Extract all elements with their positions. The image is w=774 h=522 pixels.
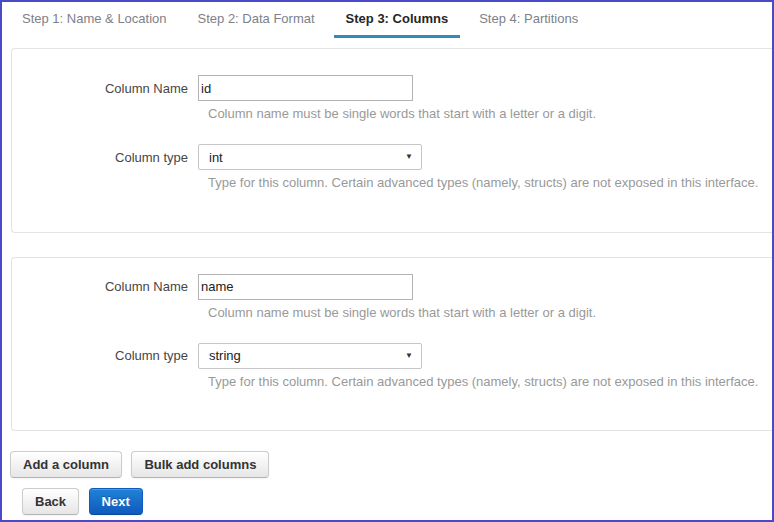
column2-type-group: Column type string ▼ Type for this colum… <box>12 343 774 390</box>
column2-type-label: Column type <box>12 348 198 363</box>
column1-name-label: Column Name <box>12 81 198 96</box>
next-button[interactable]: Next <box>89 488 143 515</box>
column1-name-group: Column Name Column name must be single w… <box>12 75 774 122</box>
column-actions-row: Add a column Bulk add columns <box>10 451 772 478</box>
column1-type-group: Column type int ▼ Type for this column. … <box>12 144 774 191</box>
column1-type-help: Type for this column. Certain advanced t… <box>208 175 764 191</box>
column2-name-input[interactable] <box>198 274 413 300</box>
column2-type-select[interactable]: string ▼ <box>198 343 422 369</box>
column-definition-panel-1: Column Name Column name must be single w… <box>11 48 774 233</box>
column2-name-group: Column Name Column name must be single w… <box>12 274 774 321</box>
back-button[interactable]: Back <box>22 488 79 515</box>
column2-name-help: Column name must be single words that st… <box>208 305 764 321</box>
chevron-down-icon: ▼ <box>405 352 413 360</box>
chevron-down-icon: ▼ <box>405 153 413 161</box>
wizard-nav-row: Back Next <box>22 488 772 515</box>
column1-name-help: Column name must be single words that st… <box>208 106 764 122</box>
tab-step3-columns[interactable]: Step 3: Columns <box>334 1 461 38</box>
add-column-button[interactable]: Add a column <box>10 451 122 478</box>
bulk-add-columns-button[interactable]: Bulk add columns <box>131 451 269 478</box>
column-definition-panel-2: Column Name Column name must be single w… <box>11 257 774 432</box>
column1-type-select[interactable]: int ▼ <box>198 144 422 170</box>
column1-name-input[interactable] <box>198 75 413 101</box>
column1-type-selected-value: int <box>209 150 223 165</box>
column2-name-label: Column Name <box>12 279 198 294</box>
create-table-wizard-window: Step 1: Name & Location Step 2: Data For… <box>0 0 774 522</box>
wizard-step-tabs: Step 1: Name & Location Step 2: Data For… <box>2 2 772 38</box>
tab-step1-name-location[interactable]: Step 1: Name & Location <box>10 1 179 38</box>
tab-step2-data-format[interactable]: Step 2: Data Format <box>186 1 327 38</box>
tab-step4-partitions[interactable]: Step 4: Partitions <box>467 1 590 38</box>
column2-type-help: Type for this column. Certain advanced t… <box>208 374 764 390</box>
column2-type-selected-value: string <box>209 348 241 363</box>
column1-type-label: Column type <box>12 150 198 165</box>
